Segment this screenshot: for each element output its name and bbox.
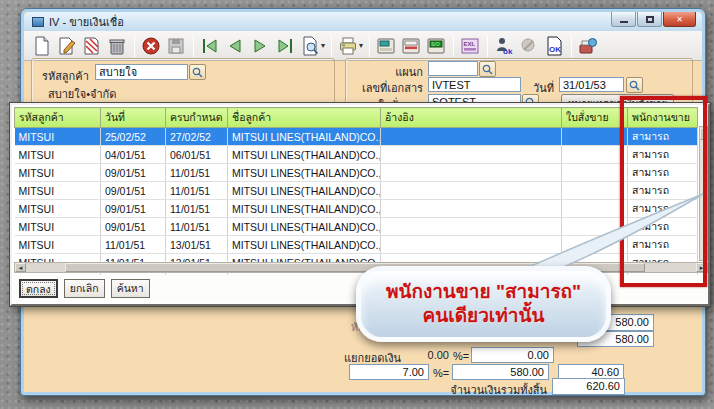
edit-document-icon bbox=[57, 36, 77, 56]
first-record-button[interactable] bbox=[198, 34, 222, 58]
grid-cell: 09/01/51 bbox=[101, 164, 166, 182]
grid-cell bbox=[381, 146, 562, 164]
window-title: IV - ขายเงินเชื่อ bbox=[49, 13, 124, 31]
grid-cell: MITSUI bbox=[15, 164, 101, 182]
magnifier-icon bbox=[192, 67, 203, 78]
pos-register-green-button[interactable]: S/O bbox=[424, 34, 448, 58]
next-record-button[interactable] bbox=[248, 34, 272, 58]
titlebar[interactable]: IV - ขายเงินเชื่อ ✕ bbox=[24, 12, 702, 31]
grid-cell bbox=[381, 128, 562, 146]
toolbar-separator bbox=[134, 35, 135, 57]
table-row[interactable]: MITSUI04/01/5106/01/51MITSUI LINES(THAIL… bbox=[15, 146, 698, 164]
grid-cell: 09/01/51 bbox=[101, 200, 166, 218]
grid-cell: 09/01/51 bbox=[101, 218, 166, 236]
pos-register-green-icon: S/O bbox=[426, 36, 446, 56]
grid-cell bbox=[562, 146, 628, 164]
approve-ok-icon: ok bbox=[494, 36, 514, 56]
confirm-document-button[interactable]: OK bbox=[542, 34, 566, 58]
grid-cell: 11/01/51 bbox=[166, 164, 228, 182]
customer-lookup-button[interactable] bbox=[189, 64, 206, 80]
grid-column-header[interactable]: ชื่อลูกค้า bbox=[228, 108, 381, 128]
grid-cell: 11/01/51 bbox=[166, 182, 228, 200]
date-input[interactable] bbox=[559, 77, 624, 92]
svg-text:EXL: EXL bbox=[464, 41, 476, 47]
first-record-icon bbox=[200, 36, 220, 56]
trash-button[interactable] bbox=[105, 34, 129, 58]
scroll-left-icon[interactable]: ◂ bbox=[15, 263, 26, 272]
maximize-button[interactable] bbox=[637, 12, 662, 27]
grid-cell: 25/02/52 bbox=[101, 128, 166, 146]
toolbar-separator bbox=[453, 35, 454, 57]
customer-code-label: รหัสลูกค้า bbox=[42, 67, 89, 85]
grid-column-header[interactable]: ครบกำหนด bbox=[166, 108, 228, 128]
grid-cell: 11/01/51 bbox=[101, 236, 166, 254]
grid-cell: 06/01/51 bbox=[166, 146, 228, 164]
grid-column-header[interactable]: ใบสั่งขาย bbox=[562, 108, 628, 128]
pos-register-teal-button[interactable] bbox=[374, 34, 398, 58]
maximize-icon bbox=[646, 16, 654, 23]
previous-record-button[interactable] bbox=[223, 34, 247, 58]
toolbar-separator bbox=[369, 35, 370, 57]
edit-document-button[interactable] bbox=[55, 34, 79, 58]
approve-ok-button[interactable]: ok bbox=[492, 34, 516, 58]
table-row[interactable]: MITSUI25/02/5227/02/52MITSUI LINES(THAIL… bbox=[15, 128, 698, 146]
approve-disabled-button[interactable] bbox=[517, 34, 541, 58]
grid-cell: MITSUI LINES(THAILAND)CO.,LTD. bbox=[228, 200, 381, 218]
grid-cell: 27/02/52 bbox=[166, 128, 228, 146]
approve-disabled-icon bbox=[519, 36, 539, 56]
toolbar-separator bbox=[487, 35, 488, 57]
new-document-icon bbox=[32, 36, 52, 56]
print-button[interactable] bbox=[336, 34, 360, 58]
grid-column-header[interactable]: อ้างอิง bbox=[381, 108, 562, 128]
toolbar-separator bbox=[571, 35, 572, 57]
grid-cell: 13/01/51 bbox=[166, 236, 228, 254]
print-preview-button[interactable] bbox=[298, 34, 322, 58]
grid-cell: 11/01/51 bbox=[166, 200, 228, 218]
cancel-lookup-button[interactable]: ยกเลิก bbox=[64, 279, 105, 298]
callout-line1: พนักงานขาย "สามารถ" bbox=[386, 280, 581, 304]
grid-cell: MITSUI LINES(THAILAND)CO.,LTD. bbox=[228, 218, 381, 236]
ok-button[interactable]: ตกลง bbox=[19, 279, 58, 298]
previous-record-icon bbox=[225, 36, 245, 56]
cancel-icon bbox=[141, 36, 161, 56]
grid-cell: MITSUI bbox=[15, 218, 101, 236]
app-icon bbox=[32, 17, 44, 27]
pos-register-red-button[interactable] bbox=[399, 34, 423, 58]
grid-cell: MITSUI bbox=[15, 200, 101, 218]
callout-bubble: พนักงานขาย "สามารถ" คนเดียวเท่านั้น bbox=[356, 266, 611, 342]
grid-cell: MITSUI bbox=[15, 182, 101, 200]
save-button[interactable] bbox=[164, 34, 188, 58]
magnifier-icon bbox=[629, 80, 640, 91]
next-record-icon bbox=[250, 36, 270, 56]
grid-column-header[interactable]: วันที่ bbox=[101, 108, 166, 128]
print-dropdown-icon[interactable]: ▾ bbox=[359, 41, 363, 50]
last-record-button[interactable] bbox=[273, 34, 297, 58]
print-preview-dropdown-icon[interactable]: ▾ bbox=[321, 41, 325, 50]
department-input[interactable] bbox=[428, 61, 478, 76]
toolbar: ▾ ▾ S/O EXL ok OK bbox=[24, 31, 702, 61]
grid-cell: 09/01/51 bbox=[101, 182, 166, 200]
grand-total-box: 620.60 bbox=[552, 378, 625, 395]
delete-document-button[interactable] bbox=[80, 34, 104, 58]
search-button[interactable]: ค้นหา bbox=[111, 279, 150, 298]
minimize-button[interactable] bbox=[611, 12, 636, 27]
close-button[interactable]: ✕ bbox=[663, 12, 696, 27]
grid-cell: 11/01/51 bbox=[166, 218, 228, 236]
cancel-button[interactable] bbox=[139, 34, 163, 58]
table-row[interactable]: MITSUI09/01/5111/01/51MITSUI LINES(THAIL… bbox=[15, 164, 698, 182]
grid-cell: MITSUI LINES(THAILAND)CO.,LTD. bbox=[228, 146, 381, 164]
user-report-button[interactable] bbox=[576, 34, 600, 58]
customer-code-input[interactable] bbox=[95, 64, 188, 80]
grid-cell: 04/01/51 bbox=[101, 146, 166, 164]
window-controls: ✕ bbox=[610, 12, 696, 27]
department-lookup-button[interactable] bbox=[479, 61, 496, 77]
grid-cell: MITSUI LINES(THAILAND)CO.,LTD. bbox=[228, 164, 381, 182]
vat-pct-box[interactable]: 7.00 bbox=[349, 364, 429, 380]
export-excel-button[interactable]: EXL bbox=[458, 34, 482, 58]
doc-no-input[interactable] bbox=[428, 77, 521, 92]
user-report-icon bbox=[578, 36, 598, 56]
grid-column-header[interactable]: รหัสลูกค้า bbox=[15, 108, 101, 128]
desktop-background: IV - ขายเงินเชื่อ ✕ ▾ ▾ bbox=[0, 0, 714, 409]
new-document-button[interactable] bbox=[30, 34, 54, 58]
date-lookup-button[interactable] bbox=[626, 77, 643, 93]
